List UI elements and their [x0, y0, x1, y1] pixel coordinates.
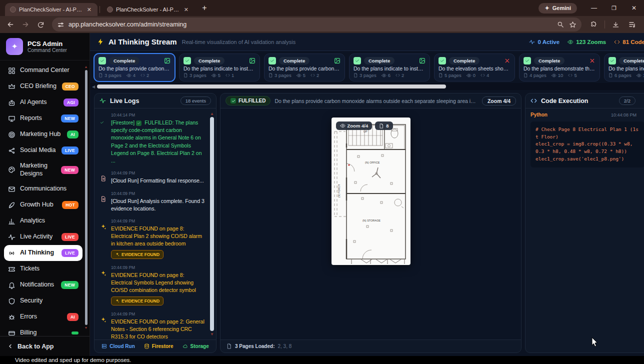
restore-button[interactable]: ❐: [604, 0, 624, 16]
minimize-button[interactable]: —: [584, 0, 604, 16]
pages-loaded-value: 2, 3, 8: [278, 344, 292, 349]
card-status-badge: Complete: [619, 57, 644, 64]
sidebar-item-ceo-briefing[interactable]: CEO BriefingCEO: [4, 78, 82, 94]
back-to-app-button[interactable]: Back to App: [0, 336, 90, 356]
sidebar-item-communications[interactable]: Communications: [4, 181, 82, 197]
sidebar-item-security[interactable]: Security: [4, 293, 82, 309]
scroll-down-icon[interactable]: ▼: [210, 332, 214, 336]
check-icon: [524, 57, 531, 64]
check-icon: [610, 58, 614, 63]
code-icon: [396, 73, 400, 78]
validation-card[interactable]: CompleteDo the plans demonstrate the amp…: [519, 54, 600, 82]
log-list[interactable]: 10:44:14 PM[Firestore] FULFILLED: The pl…: [94, 108, 216, 340]
browser-tab[interactable]: PlanCheckSolver - AI-Powered✕: [102, 3, 194, 16]
cards-scrollbar[interactable]: ◀: [90, 83, 644, 90]
gemini-button[interactable]: ✦ Gemini: [538, 3, 577, 14]
sidebar-item-live-activity[interactable]: Live ActivityLIVE: [4, 229, 82, 245]
card-stats: 3 pages52: [268, 72, 340, 78]
validation-card[interactable]: CompleteDo the plans indicate to install…: [349, 54, 430, 82]
forward-icon[interactable]: [19, 18, 32, 31]
scrollbar-thumb[interactable]: [210, 117, 214, 331]
stat-active: 0 Active: [529, 39, 560, 45]
file-icon: [268, 73, 273, 78]
sidebar-item-ai-agents[interactable]: AI AgentsAGI: [4, 94, 82, 110]
sidebar-scrollbar[interactable]: ▲ ▼: [84, 65, 88, 330]
sidebar-item-notifications[interactable]: NotificationsNEW: [4, 277, 82, 293]
tab-favicon: [10, 6, 16, 12]
card-question: Do the plans indicate to install smoke a…: [354, 66, 426, 72]
zoom-overlay-badge: Zoom 4/4: [336, 122, 372, 130]
card-status-badge: Complete: [449, 57, 480, 64]
tab-close-icon[interactable]: ✕: [183, 6, 190, 13]
site-info-icon[interactable]: [57, 21, 64, 28]
file-icon: [98, 73, 103, 78]
card-question: Do the plans provide carbon monoxide ala…: [268, 66, 340, 72]
reading-list-icon[interactable]: [628, 20, 636, 28]
log-entry: 10:44:09 PMEVIDENCE FOUND on page 8: Ele…: [100, 265, 205, 306]
chart-icon: [8, 218, 16, 225]
plan-view[interactable]: UP (N) OFFICE (N) STORAGE (N) PORCH Zoom…: [220, 108, 521, 340]
scroll-left-icon[interactable]: ◀: [92, 84, 95, 89]
card-stats: 3 pages62: [354, 72, 426, 78]
validation-card[interactable]: CompleteDo the plans indicat...6 pages10: [604, 54, 644, 82]
sidebar-item-tickets[interactable]: Tickets: [4, 261, 82, 277]
robot-icon: [8, 99, 16, 106]
live-logs-panel: Live Logs 18 events 10:44:14 PM[Firestor…: [94, 93, 216, 353]
scrollbar-thumb[interactable]: [97, 84, 446, 88]
sidebar-item-command-center[interactable]: Command Center: [4, 62, 82, 78]
file-icon: [184, 73, 188, 78]
sidebar-item-badge: LIVE: [62, 233, 78, 241]
sidebar-item-label: Marketing Hub: [20, 130, 62, 138]
activity-icon: [529, 39, 535, 45]
image-icon: [249, 58, 256, 64]
legend-firestore: Firestore: [144, 344, 174, 349]
sidebar-item-billing[interactable]: Billing: [4, 325, 82, 336]
sidebar-item-reports[interactable]: ReportsNEW: [4, 110, 82, 126]
chevron-left-icon: [7, 343, 14, 350]
activity-icon: [8, 234, 16, 241]
sidebar-item-errors[interactable]: ErrorsAI: [4, 309, 82, 325]
extensions-icon[interactable]: [590, 21, 598, 28]
validation-card[interactable]: CompleteDo the elevation sheets show the…: [434, 54, 515, 82]
brand-title: PCS Admin: [28, 40, 67, 48]
scroll-down-icon[interactable]: ▼: [84, 326, 88, 330]
sidebar-item-badge: [72, 332, 78, 334]
validation-card[interactable]: CompleteDo the plans provide carbon mono…: [94, 54, 175, 82]
browser-tab[interactable]: PlanCheckSolver - AI-Powered✕: [5, 3, 98, 16]
logs-scrollbar[interactable]: ▲ ▼: [210, 112, 214, 336]
log-entry: 10:44:09 PM[Cloud Run] Formatting final …: [100, 170, 205, 184]
sidebar-item-ai-thinking[interactable]: AI ThinkingLIVE: [4, 245, 82, 261]
scroll-up-icon[interactable]: ▲: [210, 112, 214, 116]
bug-icon: [8, 314, 16, 321]
validation-card[interactable]: CompleteDo the plans indicate to install…: [179, 54, 260, 82]
stat-zooms: 123 Zooms: [568, 39, 606, 45]
close-button[interactable]: ✕: [624, 0, 644, 16]
validation-card[interactable]: CompleteDo the plans provide carbon mono…: [264, 54, 345, 82]
sidebar-item-marketing-designs[interactable]: Marketing DesignsNEW: [4, 158, 82, 181]
check-icon: [230, 98, 236, 104]
back-icon[interactable]: [4, 18, 17, 31]
sidebar-item-social-media[interactable]: Social MediaLIVE: [4, 142, 82, 158]
eye-icon: [466, 73, 472, 78]
plan-storage-label: (N) STORAGE: [362, 219, 380, 222]
scroll-up-icon[interactable]: ▲: [84, 65, 88, 69]
bookmark-star-icon[interactable]: [569, 21, 576, 28]
check-icon: [98, 57, 106, 64]
sidebar-item-badge: HOT: [62, 201, 78, 209]
floor-plan-image[interactable]: UP (N) OFFICE (N) STORAGE (N) PORCH: [332, 118, 410, 265]
tab-close-icon[interactable]: ✕: [86, 6, 92, 13]
brand: ✦ PCS Admin Command Center: [0, 33, 90, 60]
new-tab-button[interactable]: +: [198, 2, 210, 14]
code-block[interactable]: # Check Page 8 Electrical Plan 1 (1st Fl…: [530, 122, 644, 168]
x-icon: [589, 58, 596, 64]
question-cards-row: CompleteDo the plans provide carbon mono…: [90, 51, 644, 83]
sidebar-item-growth-hub[interactable]: Growth HubHOT: [4, 197, 82, 213]
search-icon[interactable]: [557, 21, 564, 28]
sidebar-item-analytics[interactable]: Analytics: [4, 213, 82, 229]
sidebar-item-label: Reports: [20, 114, 56, 122]
eye-icon: [340, 123, 346, 128]
downloads-icon[interactable]: [612, 21, 620, 28]
address-bar[interactable]: app.planchecksolver.com/admin/streaming: [52, 18, 582, 32]
sidebar-item-marketing-hub[interactable]: Marketing HubAI: [4, 126, 82, 142]
reload-icon[interactable]: [34, 18, 47, 31]
